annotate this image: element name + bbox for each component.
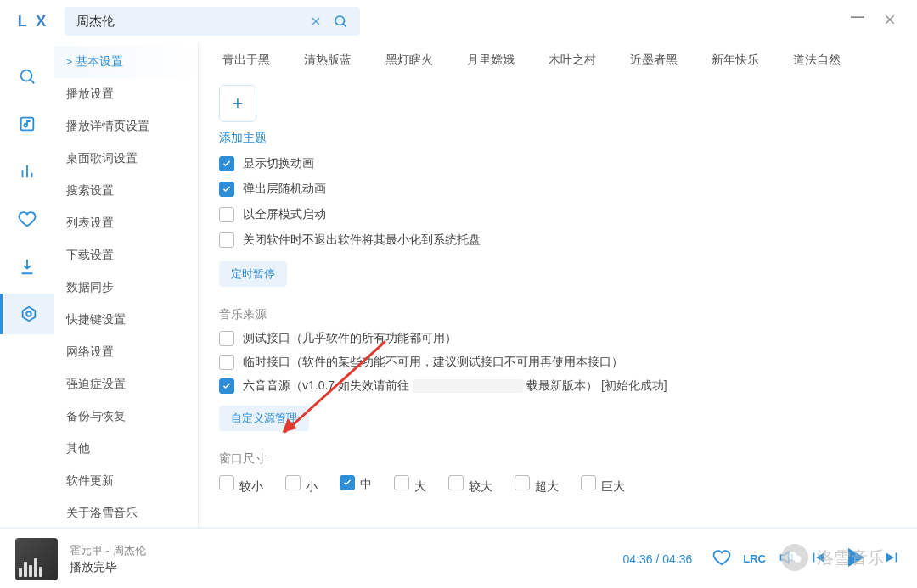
- sidebar-item-downloadset[interactable]: 下载设置: [54, 239, 198, 272]
- theme-option[interactable]: 道法自然: [793, 53, 841, 68]
- svg-point-0: [335, 16, 345, 25]
- window-controls: —: [851, 13, 909, 30]
- timed-pause-button[interactable]: 定时暂停: [219, 261, 287, 287]
- size-label: 较小: [239, 479, 263, 493]
- checkbox-popup-random-anim[interactable]: [219, 182, 234, 197]
- nav-leaderboard-icon[interactable]: [0, 151, 54, 192]
- add-theme-button[interactable]: +: [219, 85, 256, 122]
- sidebar-item-label: 数据同步: [66, 280, 114, 294]
- sidebar-item-desklrc[interactable]: 桌面歌词设置: [54, 143, 198, 175]
- volume-icon[interactable]: [778, 548, 796, 569]
- sidebar-item-label: 强迫症设置: [66, 377, 126, 390]
- minimize-icon[interactable]: —: [851, 9, 864, 26]
- next-track-icon[interactable]: [883, 548, 902, 569]
- sidebar-item-network[interactable]: 网络设置: [54, 336, 198, 368]
- checkbox-fullscreen-start[interactable]: [219, 207, 234, 222]
- sidebar-item-label: 快捷键设置: [66, 312, 126, 326]
- size-label: 大: [414, 479, 426, 493]
- prev-track-icon[interactable]: [808, 548, 827, 569]
- nav-songlist-icon[interactable]: [0, 104, 54, 144]
- source-label: 六音音源（v1.0.7 如失效请前往载最新版本） [初始化成功]: [243, 378, 667, 394]
- svg-point-1: [21, 70, 32, 81]
- svg-marker-3: [22, 307, 35, 322]
- search-icon[interactable]: [328, 10, 353, 32]
- sidebar-item-label: 播放设置: [66, 87, 114, 100]
- sidebar-item-ocd[interactable]: 强迫症设置: [54, 368, 198, 400]
- theme-option[interactable]: 新年快乐: [712, 53, 759, 68]
- checkbox-source-temp[interactable]: [219, 355, 234, 370]
- sidebar-item-update[interactable]: 软件更新: [54, 465, 198, 497]
- sidebar-item-basic[interactable]: >基本设置: [54, 46, 198, 78]
- track-title: 霍元甲: [70, 544, 103, 557]
- sidebar-item-other[interactable]: 其他: [54, 433, 198, 465]
- track-meta: 霍元甲 - 周杰伦 播放完毕: [70, 543, 146, 575]
- nav-favorite-icon[interactable]: [0, 199, 54, 239]
- svg-point-4: [26, 311, 31, 316]
- search-input[interactable]: [76, 14, 304, 29]
- sidebar-item-label: 播放详情页设置: [66, 119, 149, 132]
- radio-size-xs[interactable]: [219, 475, 234, 490]
- sidebar-item-label: 备份与恢复: [66, 409, 126, 423]
- player-bar: 霍元甲 - 周杰伦 播放完毕 04:36 / 04:36 LRC: [0, 529, 917, 588]
- sidebar-item-label: 关于洛雪音乐: [66, 506, 138, 519]
- theme-option[interactable]: 黑灯瞎火: [385, 53, 433, 68]
- play-status: 播放完毕: [70, 560, 146, 575]
- source-init-status: [初始化成功]: [601, 378, 667, 392]
- close-icon[interactable]: [883, 13, 897, 30]
- theme-row: 青出于黑 清热版蓝 黑灯瞎火 月里嫦娥 木叶之村 近墨者黑 新年快乐 道法自然: [219, 48, 897, 80]
- masked-text: [413, 379, 523, 393]
- checkbox-minimize-on-close[interactable]: [219, 232, 234, 248]
- sidebar-item-sync[interactable]: 数据同步: [54, 272, 198, 304]
- play-time: 04:36 / 04:36: [623, 552, 693, 566]
- checkbox-source-liu[interactable]: [219, 378, 234, 394]
- theme-option[interactable]: 青出于黑: [222, 53, 270, 68]
- radio-size-m[interactable]: [340, 475, 355, 490]
- size-label: 超大: [535, 479, 559, 493]
- app-logo: L X: [8, 13, 58, 31]
- titlebar: L X —: [0, 0, 917, 42]
- sidebar-item-searchset[interactable]: 搜索设置: [54, 175, 198, 207]
- sidebar-item-hotkey[interactable]: 快捷键设置: [54, 304, 198, 336]
- theme-option[interactable]: 清热版蓝: [304, 53, 352, 68]
- sidebar-item-label: 搜索设置: [66, 183, 114, 197]
- sidebar-item-label: 软件更新: [66, 473, 114, 487]
- sidebar-item-about[interactable]: 关于洛雪音乐: [54, 497, 198, 529]
- window-size-options: 较小 小 中 大 较大 超大 巨大: [219, 475, 897, 495]
- sidebar-item-playback[interactable]: 播放设置: [54, 78, 198, 110]
- radio-size-xxl[interactable]: [515, 475, 530, 490]
- radio-size-huge[interactable]: [581, 475, 596, 490]
- section-window-size: 窗口尺寸: [219, 451, 897, 467]
- play-icon[interactable]: [839, 541, 871, 576]
- add-theme-label: 添加主题: [219, 131, 897, 146]
- nav-search-icon[interactable]: [0, 56, 54, 97]
- search-box[interactable]: [65, 7, 360, 36]
- radio-size-s[interactable]: [285, 475, 301, 490]
- custom-source-button[interactable]: 自定义源管理: [219, 406, 309, 431]
- nav-settings-icon[interactable]: [0, 294, 54, 334]
- sidebar-item-label: 下载设置: [66, 248, 114, 261]
- theme-option[interactable]: 近墨者黑: [630, 53, 678, 68]
- album-cover[interactable]: [15, 538, 58, 580]
- sidebar-item-label: 列表设置: [66, 216, 114, 229]
- sidebar-item-playdetail[interactable]: 播放详情页设置: [54, 110, 198, 143]
- nav-download-icon[interactable]: [0, 246, 54, 287]
- radio-size-l[interactable]: [394, 475, 409, 490]
- like-icon[interactable]: [712, 548, 731, 569]
- sidebar-item-backup[interactable]: 备份与恢复: [54, 400, 198, 433]
- radio-size-xl[interactable]: [448, 475, 464, 490]
- sidebar-item-listset[interactable]: 列表设置: [54, 207, 198, 239]
- checkbox-label: 显示切换动画: [243, 156, 314, 171]
- sidebar-item-label: 网络设置: [66, 344, 114, 358]
- clear-icon[interactable]: [304, 11, 328, 31]
- settings-content: 青出于黑 清热版蓝 黑灯瞎火 月里嫦娥 木叶之村 近墨者黑 新年快乐 道法自然 …: [199, 42, 917, 529]
- size-label: 中: [360, 477, 372, 490]
- checkbox-show-switch-anim[interactable]: [219, 156, 234, 171]
- size-label: 小: [306, 479, 318, 493]
- track-artist: 周杰伦: [113, 544, 146, 557]
- size-label: 较大: [469, 479, 492, 493]
- settings-sidebar: >基本设置 播放设置 播放详情页设置 桌面歌词设置 搜索设置 列表设置 下载设置…: [54, 42, 199, 529]
- checkbox-source-test[interactable]: [219, 331, 234, 346]
- theme-option[interactable]: 月里嫦娥: [467, 53, 515, 68]
- theme-option[interactable]: 木叶之村: [549, 53, 596, 68]
- lyrics-icon[interactable]: LRC: [743, 552, 766, 565]
